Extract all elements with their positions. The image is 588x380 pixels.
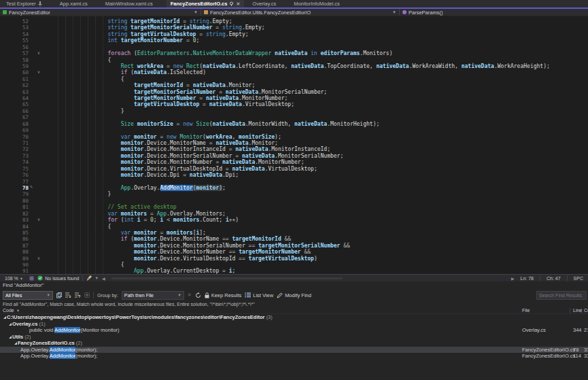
code-line[interactable]: 67	[0, 114, 588, 120]
zoom-level-dropdown[interactable]: 108 % ▼	[2, 276, 26, 281]
col-column-header[interactable]: Col	[584, 308, 588, 313]
stop-search-button[interactable]: ✕	[188, 292, 192, 298]
tree-expander-icon[interactable]	[9, 336, 12, 339]
result-row[interactable]: App.Overlay.AddMonitor(monitor);FancyZon…	[0, 353, 588, 360]
code-line[interactable]: 73monitor.Device.MonitorSerialNumber = n…	[0, 153, 588, 159]
result-group-row[interactable]: Utils (2)	[0, 334, 588, 341]
line-column-header[interactable]: Line	[573, 308, 582, 313]
result-group-row[interactable]: FancyZonesEditorIO.cs (2)	[0, 340, 588, 347]
keep-results-button[interactable]: Keep Results	[205, 292, 242, 298]
pin-tab-icon[interactable]	[229, 1, 234, 6]
code-line[interactable]: 61{	[0, 76, 588, 82]
tab-monitorinfomodel-cs[interactable]: MonitorInfoModel.cs	[290, 0, 344, 7]
code-line[interactable]: 55int targetMonitorNumber = 0;	[0, 37, 588, 44]
tab-app-xaml-cs[interactable]: App.xaml.cs	[56, 0, 92, 7]
group-by-dropdown[interactable]: Path then File ▼	[122, 291, 184, 300]
copy-results-button[interactable]	[56, 292, 62, 298]
code-line[interactable]: 66}	[0, 108, 588, 114]
preserve-case-button[interactable]	[84, 292, 90, 298]
code-line[interactable]: 90{	[0, 262, 588, 268]
code-line[interactable]: 54string targetVirtualDesktop = string.E…	[0, 31, 588, 37]
code-line[interactable]: 70var monitor = new Monitor(workArea, mo…	[0, 134, 588, 140]
collapse-all-button[interactable]	[75, 292, 81, 298]
code-line[interactable]: 84{	[0, 224, 588, 230]
code-line[interactable]: 68Size monitorSize = new Size(nativeData…	[0, 121, 588, 127]
code-line[interactable]: 56	[0, 44, 588, 50]
tab-overlay-cs[interactable]: Overlay.cs	[248, 0, 280, 7]
tab-fancyzoneseditorio-cs[interactable]: FancyZonesEditorIO.cs ✕	[167, 0, 245, 7]
file-column-header[interactable]: File	[522, 308, 530, 313]
result-row[interactable]: public void AddMonitor(Monitor monitor)O…	[0, 327, 588, 334]
code-line[interactable]: 52string targetMonitorId = string.Empty;	[0, 18, 588, 24]
search-find-results-input[interactable]	[536, 291, 587, 300]
fold-chevron-icon[interactable]: ∨	[37, 50, 40, 56]
code-editor[interactable]: 52string targetMonitorId = string.Empty;…	[0, 16, 588, 274]
tree-expander-icon[interactable]	[3, 316, 6, 319]
code-line[interactable]: 85var monitor = monitors[i];	[0, 230, 588, 236]
code-line[interactable]: 76monitor.Device.Dpi = nativeData.Dpi;	[0, 172, 588, 178]
scroll-left-arrow[interactable]: ◀	[102, 276, 105, 281]
project-dropdown[interactable]: FancyZonesEditor ▼	[0, 9, 201, 16]
code-line[interactable]: 86if (monitor.Device.MonitorName == targ…	[0, 236, 588, 242]
tab-test-explorer[interactable]: Test Explorer	[2, 0, 46, 7]
char-indicator[interactable]: Ch: 47	[544, 276, 564, 281]
code-text: var monitors = App.Overlay.Monitors;	[42, 211, 226, 217]
scrollbar-thumb[interactable]	[111, 277, 343, 279]
code-line[interactable]: 75monitor.Device.VirtualDesktopId = nati…	[0, 166, 588, 172]
code-line[interactable]: 59Rect workArea = new Rect(nativeData.Le…	[0, 63, 588, 69]
result-col: 21	[584, 327, 588, 334]
code-line[interactable]: 60∨if (nativeData.IsSelected)	[0, 69, 588, 75]
code-line[interactable]: 69	[0, 127, 588, 133]
fold-chevron-icon[interactable]: ∨	[37, 69, 40, 75]
code-line[interactable]: 58{	[0, 57, 588, 63]
expand-all-button[interactable]	[65, 292, 71, 298]
code-line[interactable]: 83∨for (int i = 0; i < monitors.Count; i…	[0, 217, 588, 223]
code-line[interactable]: 62targetMonitorId = nativeData.Monitor;	[0, 82, 588, 88]
code-line[interactable]: 82var monitors = App.Overlay.Monitors;	[0, 211, 588, 217]
code-line[interactable]: 77	[0, 179, 588, 185]
code-line[interactable]: 74monitor.Device.MonitorNumber = nativeD…	[0, 159, 588, 165]
space-mode-indicator[interactable]: SPC	[571, 276, 586, 281]
group-by-value: Path then File	[124, 293, 154, 298]
code-line[interactable]: 63targetMonitorSerialNumber = nativeData…	[0, 89, 588, 95]
code-line[interactable]: 57∨foreach (EditorParameters.NativeMonit…	[0, 50, 588, 56]
close-tab-icon[interactable]: ✕	[236, 1, 240, 7]
horizontal-scrollbar[interactable]	[109, 276, 508, 281]
repeat-find-button[interactable]	[195, 292, 201, 298]
member-dropdown[interactable]: ParseParams()	[400, 9, 588, 16]
line-indicator[interactable]: Ln: 78	[518, 276, 536, 281]
scope-dropdown[interactable]: All Files ▼	[3, 291, 53, 300]
no-issues-indicator[interactable]: No issues found	[37, 275, 79, 281]
fold-chevron-icon[interactable]: ∨	[37, 217, 40, 223]
list-view-button[interactable]: List View	[245, 292, 273, 298]
modify-find-button[interactable]: Modify Find	[277, 292, 311, 298]
line-number: 66	[0, 108, 29, 114]
scroll-right-arrow[interactable]: ▶	[511, 276, 515, 281]
tree-expander-icon[interactable]	[9, 323, 12, 326]
code-line[interactable]: 89∨monitor.Device.VirtualDesktopId == ta…	[0, 256, 588, 262]
code-line[interactable]: 91App.Overlay.CurrentDesktop = i;	[0, 268, 588, 274]
tab-label: Test Explorer	[6, 1, 36, 7]
code-line[interactable]: 80	[0, 198, 588, 204]
result-row[interactable]: App.Overlay.AddMonitor(monitor);FancyZon…	[0, 347, 588, 353]
code-line[interactable]: 79}	[0, 191, 588, 197]
type-dropdown[interactable]: FancyZonesEditor.Utils.FancyZonesEditorI…	[201, 9, 400, 16]
tree-expander-icon[interactable]	[14, 342, 17, 345]
result-group-row[interactable]: Overlay.cs (1)	[0, 321, 588, 328]
pin-icon[interactable]	[38, 1, 42, 7]
code-line[interactable]: 81// Set active desktop	[0, 204, 588, 210]
collapse-all-icon	[75, 292, 81, 298]
tab-mainwindow-xaml-cs[interactable]: MainWindow.xaml.cs	[101, 0, 157, 7]
document-health-icon[interactable]	[29, 276, 34, 281]
find-results-toolbar: All Files ▼ Group by: Path then File ▼ ✕	[0, 289, 588, 301]
fold-chevron-icon[interactable]: ∨	[37, 256, 40, 262]
code-line[interactable]: 87monitor.Device.MonitorSerialNumber == …	[0, 243, 588, 249]
code-column-dropdown[interactable]: Code ▼	[3, 308, 20, 313]
code-line[interactable]: 88monitor.Device.MonitorNumber == target…	[0, 249, 588, 255]
code-line[interactable]: 78✎App.Overlay.AddMonitor(monitor);	[0, 185, 588, 191]
code-line[interactable]: 53string targetMonitorSerialNumber = str…	[0, 24, 588, 31]
code-line[interactable]: 72monitor.Device.MonitorInstanceId = nat…	[0, 146, 588, 152]
code-cleanup-button[interactable]: ▼	[86, 275, 98, 281]
result-group-row[interactable]: C:\Users\zhaopengwang\Desktop\powertoys\…	[0, 314, 588, 321]
code-line[interactable]: 65targetVirtualDesktop = nativeData.Virt…	[0, 101, 588, 107]
